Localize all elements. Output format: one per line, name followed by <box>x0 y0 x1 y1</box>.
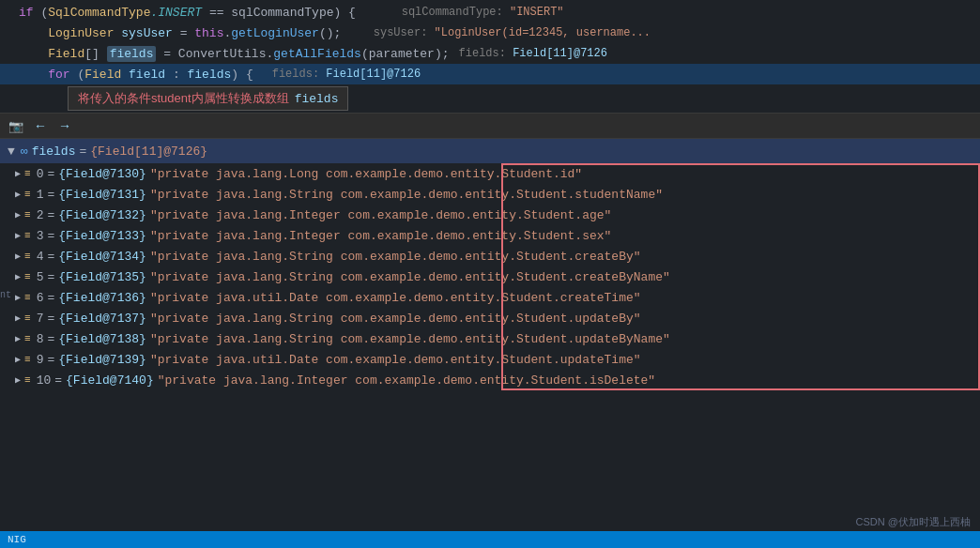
bottom-text: NIG <box>8 534 26 545</box>
row-ref-6: {Field@7136} <box>58 291 146 305</box>
code-content: if (SqlCommandType.INSERT == sqlCommandT… <box>19 6 356 20</box>
row-val-8: "private java.lang.String com.example.de… <box>150 332 670 346</box>
bottom-bar: NIG <box>0 531 980 548</box>
row-idx-9: 9 <box>37 353 44 367</box>
row-icon-7: ≡ <box>24 312 31 324</box>
code-content: for (Field field : fields) { <box>19 68 253 82</box>
hint-text: 将传入的条件student内属性转换成数组 <box>78 90 289 107</box>
row-ref-4: {Field@7134} <box>58 250 146 264</box>
row-idx-8: 8 <box>37 332 44 346</box>
row-equals-3: = <box>47 229 54 243</box>
row-expand-7[interactable]: ▶ <box>15 312 21 324</box>
row-ref-5: {Field@7135} <box>58 270 146 284</box>
row-icon-6: ≡ <box>24 292 31 303</box>
row-icon-0: ≡ <box>24 168 31 179</box>
row-ref-10: {Field@7140} <box>66 373 154 388</box>
row-val-10: "private java.lang.Integer com.example.d… <box>158 373 656 388</box>
debug-equals: = <box>79 145 86 159</box>
debug-row-10: ▶ ≡ 10 = {Field@7140} "private java.lang… <box>0 370 980 390</box>
row-val-7: "private java.lang.String com.example.de… <box>150 312 641 326</box>
code-area: if (SqlCommandType.INSERT == sqlCommandT… <box>0 0 980 111</box>
debug-row-7: ▶ ≡ 7 = {Field@7137} "private java.lang.… <box>0 308 980 328</box>
row-expand-8[interactable]: ▶ <box>15 333 21 344</box>
camera-button[interactable]: 📷 <box>6 115 26 136</box>
isint-label: isInt <box>0 290 11 300</box>
row-expand-1[interactable]: ▶ <box>15 189 21 200</box>
row-expand-10[interactable]: ▶ <box>15 374 21 386</box>
row-ref-1: {Field@7131} <box>58 188 146 202</box>
debug-row-6: isInt ▶ ≡ 6 = {Field@7136} "private java… <box>0 287 980 308</box>
row-idx-10: 10 <box>37 373 52 388</box>
code-line-3: Field[] fields = ConvertUtils.getAllFiel… <box>0 43 980 64</box>
row-idx-4: 4 <box>37 250 44 264</box>
debug-var-name: fields <box>32 145 76 159</box>
debug-row-3: ▶ ≡ 3 = {Field@7133} "private java.lang.… <box>0 225 980 246</box>
row-val-4: "private java.lang.String com.example.de… <box>150 250 641 264</box>
debug-row-9: ▶ ≡ 9 = {Field@7139} "private java.util.… <box>0 349 980 370</box>
row-icon-10: ≡ <box>24 374 31 386</box>
debug-hint-2: sysUser: "LoginUser(id=12345, username..… <box>360 26 651 39</box>
row-expand-4[interactable]: ▶ <box>15 251 21 262</box>
row-val-3: "private java.lang.Integer com.example.d… <box>150 229 611 243</box>
row-icon-2: ≡ <box>24 209 31 221</box>
debug-rows-container: ▶ ≡ 0 = {Field@7130} "private java.lang.… <box>0 163 980 390</box>
collapse-arrow[interactable]: ▼ <box>8 145 15 159</box>
row-val-9: "private java.util.Date com.example.demo… <box>150 353 641 367</box>
debug-row-8: Co ▶ ≡ 8 = {Field@7138} "private java.la… <box>0 328 980 349</box>
row-expand-5[interactable]: ▶ <box>15 271 21 282</box>
row-equals-7: = <box>47 312 54 326</box>
row-idx-2: 2 <box>37 208 44 222</box>
row-val-0: "private java.lang.Long com.example.demo… <box>150 167 582 181</box>
watermark: CSDN @伏加时遇上西柚 <box>856 515 971 529</box>
row-icon-8: ≡ <box>24 333 31 344</box>
debug-row-1: ▶ ≡ 1 = {Field@7131} "private java.lang.… <box>0 184 980 205</box>
row-ref-9: {Field@7139} <box>58 353 146 367</box>
row-val-6: "private java.util.Date com.example.demo… <box>150 291 641 305</box>
row-icon-9: ≡ <box>24 354 31 365</box>
row-ref-7: {Field@7137} <box>58 312 146 326</box>
row-icon-1: ≡ <box>24 189 31 200</box>
back-button[interactable]: ← <box>30 115 51 136</box>
row-expand-0[interactable]: ▶ <box>15 168 21 179</box>
debug-var-value: {Field[11]@7126} <box>90 145 207 159</box>
row-icon-4: ≡ <box>24 251 31 262</box>
debug-hint-4: fields: Field[11]@7126 <box>272 68 421 81</box>
row-equals-8: = <box>47 332 54 346</box>
row-icon-3: ≡ <box>24 230 31 241</box>
row-equals-10: = <box>54 373 62 388</box>
row-idx-7: 7 <box>37 312 44 326</box>
row-val-5: "private java.lang.String com.example.de… <box>150 270 670 284</box>
code-line-4: for (Field field : fields) { fields: Fie… <box>0 64 980 84</box>
code-content: Field[] fields = ConvertUtils.getAllFiel… <box>19 47 450 61</box>
debug-header: ▼ ∞ fields = {Field[11]@7126} <box>0 139 980 163</box>
row-expand-6[interactable]: ▶ <box>15 292 21 303</box>
row-val-2: "private java.lang.Integer com.example.d… <box>150 208 611 222</box>
row-idx-6: 6 <box>37 291 44 305</box>
hint-keyword: fields <box>295 92 339 106</box>
row-expand-2[interactable]: ▶ <box>15 209 21 221</box>
row-ref-0: {Field@7130} <box>58 167 146 181</box>
code-content: LoginUser sysUser = this.getLoginUser(); <box>19 26 341 40</box>
debug-hint-3: fields: Field[11]@7126 <box>459 47 607 60</box>
row-idx-1: 1 <box>37 188 44 202</box>
debug-row-0: ▶ ≡ 0 = {Field@7130} "private java.lang.… <box>0 163 980 184</box>
row-ref-8: {Field@7138} <box>58 332 146 346</box>
row-ref-3: {Field@7133} <box>58 229 146 243</box>
row-expand-9[interactable]: ▶ <box>15 354 21 365</box>
row-equals-9: = <box>47 353 54 367</box>
row-idx-3: 3 <box>37 229 44 243</box>
code-line-1: if (SqlCommandType.INSERT == sqlCommandT… <box>0 2 980 23</box>
debug-row-5: ▶ ≡ 5 = {Field@7135} "private java.lang.… <box>0 266 980 287</box>
forward-button[interactable]: → <box>54 115 75 136</box>
row-equals-5: = <box>47 270 54 284</box>
debug-tooltip: 将传入的条件student内属性转换成数组 fields <box>68 86 980 111</box>
debug-row-2: ▶ ≡ 2 = {Field@7132} "private java.lang.… <box>0 205 980 225</box>
row-equals-4: = <box>47 250 54 264</box>
row-val-1: "private java.lang.String com.example.de… <box>150 188 663 202</box>
row-icon-5: ≡ <box>24 271 31 282</box>
row-equals-6: = <box>47 291 54 305</box>
row-equals-2: = <box>47 208 54 222</box>
code-line-2: LoginUser sysUser = this.getLoginUser();… <box>0 23 980 43</box>
row-idx-0: 0 <box>37 167 44 181</box>
row-expand-3[interactable]: ▶ <box>15 230 21 241</box>
